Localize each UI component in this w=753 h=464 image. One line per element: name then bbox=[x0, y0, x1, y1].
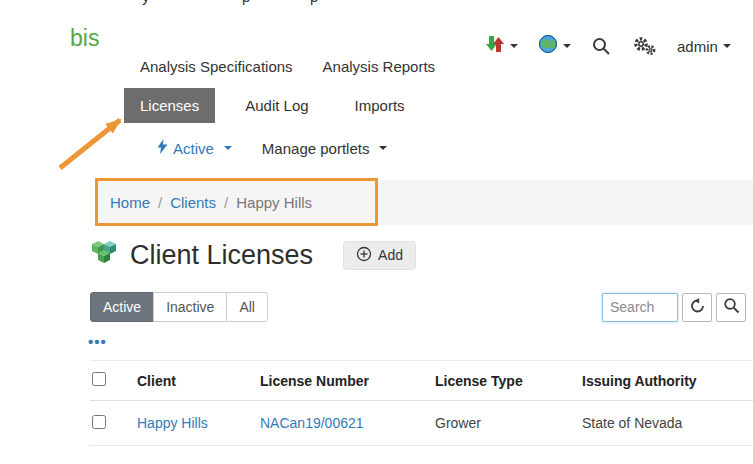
breadcrumb-home-link[interactable]: Home bbox=[110, 194, 150, 211]
undo-icon bbox=[689, 298, 706, 317]
filter-inactive-button[interactable]: Inactive bbox=[153, 292, 227, 322]
search-button[interactable] bbox=[716, 293, 746, 322]
caret-down-icon bbox=[379, 146, 387, 150]
more-menu-dots[interactable]: ••• bbox=[88, 333, 107, 350]
caret-down-icon bbox=[723, 44, 731, 48]
active-filter-dropdown[interactable]: Active bbox=[157, 139, 232, 157]
global-search-icon[interactable] bbox=[591, 36, 611, 56]
page-header: Client Licenses Add bbox=[88, 239, 416, 271]
lightning-icon bbox=[157, 139, 168, 157]
page-title: Client Licenses bbox=[130, 240, 313, 271]
filter-active-button[interactable]: Active bbox=[90, 292, 154, 322]
col-header-license-number: License Number bbox=[260, 361, 435, 401]
client-link[interactable]: Happy Hills bbox=[137, 415, 208, 431]
manage-portlets-label: Manage portlets bbox=[262, 140, 370, 157]
search-group bbox=[602, 293, 746, 322]
manage-portlets-dropdown[interactable]: Manage portlets bbox=[262, 140, 388, 157]
breadcrumb-current: Happy Hills bbox=[236, 194, 312, 211]
tab-audit-log[interactable]: Audit Log bbox=[229, 88, 324, 123]
secondary-nav: Licenses Audit Log Imports bbox=[124, 88, 421, 123]
issuing-authority-cell: State of Nevada bbox=[582, 401, 753, 446]
clipped-text-fragment: p bbox=[242, 0, 250, 5]
select-all-checkbox[interactable] bbox=[92, 372, 106, 386]
portlet-bar: Active Manage portlets bbox=[157, 139, 387, 157]
licenses-cubes-icon bbox=[88, 239, 120, 271]
clipped-top-nav: y p p bbox=[0, 0, 753, 8]
globe-icon bbox=[538, 34, 558, 58]
caret-down-icon bbox=[510, 44, 518, 48]
primary-nav: Analysis Specifications Analysis Reports bbox=[140, 58, 435, 75]
import-export-icon bbox=[485, 34, 505, 58]
language-dropdown[interactable] bbox=[538, 34, 571, 58]
status-filter-group: Active Inactive All bbox=[90, 292, 268, 322]
add-button-label: Add bbox=[378, 247, 403, 263]
license-type-cell: Grower bbox=[435, 401, 582, 446]
reset-search-button[interactable] bbox=[682, 293, 712, 322]
col-header-client: Client bbox=[137, 361, 260, 401]
breadcrumb-separator: / bbox=[158, 194, 162, 211]
brand-logo[interactable]: bis bbox=[70, 25, 99, 52]
clipped-text-fragment: y bbox=[142, 0, 150, 5]
tab-imports[interactable]: Imports bbox=[339, 88, 421, 123]
caret-down-icon bbox=[224, 146, 232, 150]
col-header-issuing-authority: Issuing Authority bbox=[582, 361, 753, 401]
user-menu-dropdown[interactable]: admin bbox=[677, 38, 731, 55]
license-number-link[interactable]: NACan19/00621 bbox=[260, 415, 364, 431]
active-dropdown-label: Active bbox=[173, 140, 214, 157]
col-header-license-type: License Type bbox=[435, 361, 582, 401]
filter-all-button[interactable]: All bbox=[226, 292, 268, 322]
nav-item-analysis-specifications[interactable]: Analysis Specifications bbox=[140, 58, 293, 75]
search-input[interactable] bbox=[602, 293, 678, 322]
toolbar: Active Inactive All bbox=[90, 292, 746, 322]
clipped-text-fragment: p bbox=[310, 0, 318, 5]
table-header-row: Client License Number License Type Issui… bbox=[90, 361, 753, 401]
licenses-table: Client License Number License Type Issui… bbox=[90, 360, 753, 446]
search-icon bbox=[723, 297, 740, 317]
breadcrumb-clients-link[interactable]: Clients bbox=[170, 194, 216, 211]
import-export-dropdown[interactable] bbox=[485, 34, 518, 58]
table-row: Happy Hills NACan19/00621 Grower State o… bbox=[90, 401, 753, 446]
add-button[interactable]: Add bbox=[343, 241, 416, 270]
caret-down-icon bbox=[563, 44, 571, 48]
user-name: admin bbox=[677, 38, 718, 55]
app-screen: y p p bis Analysis Specifications Analys… bbox=[0, 0, 753, 464]
settings-gears-icon[interactable] bbox=[631, 35, 657, 57]
circle-plus-icon bbox=[356, 246, 372, 265]
nav-item-analysis-reports[interactable]: Analysis Reports bbox=[323, 58, 436, 75]
tab-licenses[interactable]: Licenses bbox=[124, 88, 215, 123]
breadcrumb-separator: / bbox=[224, 194, 228, 211]
breadcrumb: Home / Clients / Happy Hills bbox=[97, 180, 753, 225]
header-icon-bar: admin bbox=[485, 34, 731, 58]
row-checkbox[interactable] bbox=[92, 415, 106, 429]
